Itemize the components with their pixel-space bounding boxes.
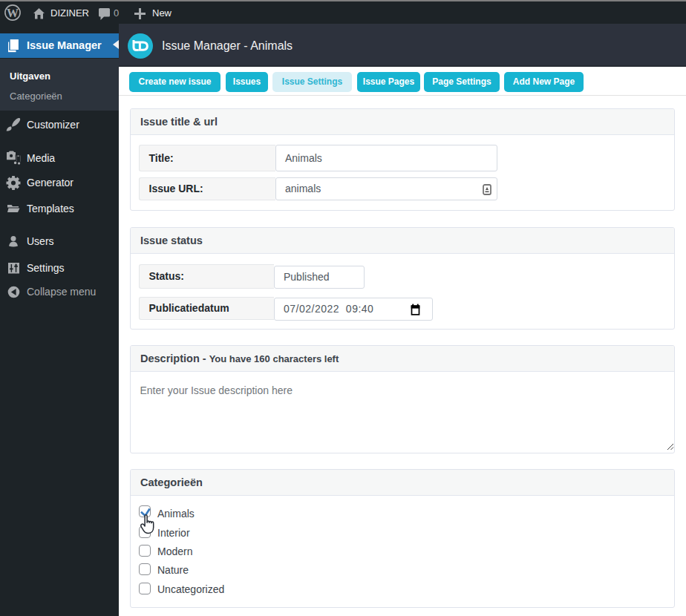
svg-text:W: W (7, 7, 19, 19)
